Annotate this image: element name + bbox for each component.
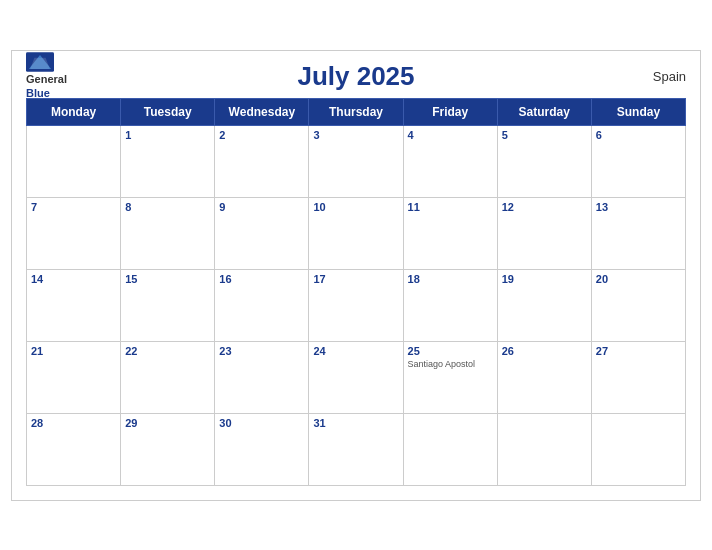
calendar-title: July 2025 — [297, 61, 414, 92]
calendar-week-row: 14151617181920 — [27, 269, 686, 341]
day-number: 22 — [125, 345, 210, 357]
calendar-day-cell: 3 — [309, 125, 403, 197]
country-label: Spain — [653, 69, 686, 84]
day-number: 18 — [408, 273, 493, 285]
day-number: 8 — [125, 201, 210, 213]
calendar-day-cell — [403, 413, 497, 485]
calendar-day-cell — [497, 413, 591, 485]
calendar-day-cell: 5 — [497, 125, 591, 197]
calendar-body: 1234567891011121314151617181920212223242… — [27, 125, 686, 485]
day-number: 26 — [502, 345, 587, 357]
day-number: 7 — [31, 201, 116, 213]
calendar-day-cell: 27 — [591, 341, 685, 413]
calendar-grid: Monday Tuesday Wednesday Thursday Friday… — [26, 98, 686, 486]
day-number: 30 — [219, 417, 304, 429]
calendar-day-cell: 6 — [591, 125, 685, 197]
day-number: 23 — [219, 345, 304, 357]
day-number: 31 — [313, 417, 398, 429]
header-sunday: Sunday — [591, 98, 685, 125]
day-number: 2 — [219, 129, 304, 141]
weekday-header-row: Monday Tuesday Wednesday Thursday Friday… — [27, 98, 686, 125]
calendar-day-cell: 25Santiago Apostol — [403, 341, 497, 413]
header-thursday: Thursday — [309, 98, 403, 125]
logo-general-text: General — [26, 73, 67, 86]
calendar-week-row: 78910111213 — [27, 197, 686, 269]
calendar-day-cell: 31 — [309, 413, 403, 485]
calendar-day-cell: 24 — [309, 341, 403, 413]
calendar-day-cell: 29 — [121, 413, 215, 485]
calendar-day-cell: 15 — [121, 269, 215, 341]
day-number: 13 — [596, 201, 681, 213]
day-number: 10 — [313, 201, 398, 213]
header-friday: Friday — [403, 98, 497, 125]
day-number: 12 — [502, 201, 587, 213]
calendar-day-cell: 18 — [403, 269, 497, 341]
day-number: 3 — [313, 129, 398, 141]
header-monday: Monday — [27, 98, 121, 125]
calendar-day-cell: 23 — [215, 341, 309, 413]
day-number: 21 — [31, 345, 116, 357]
calendar-day-cell: 1 — [121, 125, 215, 197]
day-number: 6 — [596, 129, 681, 141]
calendar-day-cell: 4 — [403, 125, 497, 197]
day-number: 17 — [313, 273, 398, 285]
logo-area: General Blue — [26, 52, 67, 99]
calendar-day-cell: 22 — [121, 341, 215, 413]
calendar-day-cell — [591, 413, 685, 485]
calendar-day-cell: 30 — [215, 413, 309, 485]
header-wednesday: Wednesday — [215, 98, 309, 125]
day-number: 14 — [31, 273, 116, 285]
day-number: 16 — [219, 273, 304, 285]
calendar-day-cell — [27, 125, 121, 197]
day-number: 19 — [502, 273, 587, 285]
calendar-day-cell: 7 — [27, 197, 121, 269]
logo-blue-text: Blue — [26, 87, 50, 100]
calendar-day-cell: 19 — [497, 269, 591, 341]
day-number: 20 — [596, 273, 681, 285]
day-number: 27 — [596, 345, 681, 357]
calendar-header: General Blue July 2025 Spain — [26, 61, 686, 92]
calendar-day-cell: 14 — [27, 269, 121, 341]
calendar-container: General Blue July 2025 Spain Monday Tues… — [11, 50, 701, 501]
calendar-day-cell: 11 — [403, 197, 497, 269]
calendar-day-cell: 28 — [27, 413, 121, 485]
day-number: 1 — [125, 129, 210, 141]
day-number: 5 — [502, 129, 587, 141]
header-tuesday: Tuesday — [121, 98, 215, 125]
header-saturday: Saturday — [497, 98, 591, 125]
calendar-day-cell: 2 — [215, 125, 309, 197]
calendar-day-cell: 8 — [121, 197, 215, 269]
calendar-day-cell: 26 — [497, 341, 591, 413]
calendar-day-cell: 12 — [497, 197, 591, 269]
calendar-week-row: 2122232425Santiago Apostol2627 — [27, 341, 686, 413]
calendar-week-row: 28293031 — [27, 413, 686, 485]
calendar-day-cell: 9 — [215, 197, 309, 269]
general-blue-logo-icon — [26, 52, 54, 72]
calendar-day-cell: 21 — [27, 341, 121, 413]
calendar-day-cell: 17 — [309, 269, 403, 341]
day-number: 11 — [408, 201, 493, 213]
calendar-day-cell: 16 — [215, 269, 309, 341]
day-number: 29 — [125, 417, 210, 429]
day-number: 25 — [408, 345, 493, 357]
day-number: 9 — [219, 201, 304, 213]
calendar-day-cell: 20 — [591, 269, 685, 341]
day-number: 4 — [408, 129, 493, 141]
calendar-week-row: 123456 — [27, 125, 686, 197]
calendar-day-cell: 10 — [309, 197, 403, 269]
calendar-day-cell: 13 — [591, 197, 685, 269]
day-number: 15 — [125, 273, 210, 285]
day-number: 28 — [31, 417, 116, 429]
holiday-label: Santiago Apostol — [408, 359, 493, 369]
day-number: 24 — [313, 345, 398, 357]
